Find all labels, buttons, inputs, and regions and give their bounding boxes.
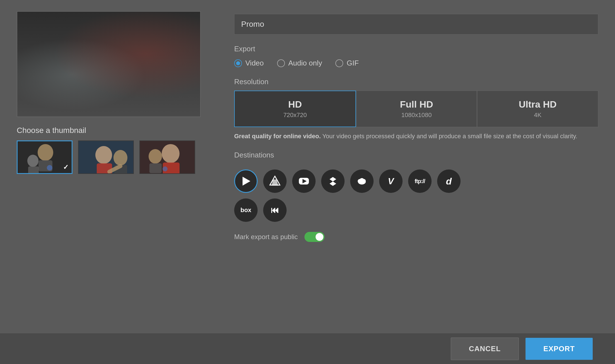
svg-rect-8 [131, 79, 154, 104]
svg-point-31 [162, 144, 180, 163]
svg-rect-1 [17, 67, 200, 117]
quality-note-bold: Great quality for online video. [234, 133, 321, 140]
thumbnail-section: Choose a thumbnail [17, 126, 212, 174]
svg-rect-22 [28, 166, 39, 174]
google-drive-icon [269, 176, 280, 187]
thumbnail-item-2[interactable] [78, 140, 134, 174]
export-button[interactable]: EXPORT [526, 338, 593, 360]
dest-youtube[interactable] [292, 169, 316, 193]
thumb-bg-3 [140, 141, 195, 173]
export-section: Export Video Audio only GIF [234, 45, 598, 67]
resolution-row: HD 720x720 Full HD 1080x1080 Ultra HD 4K [234, 91, 598, 127]
cancel-button[interactable]: CANCEL [451, 338, 519, 360]
svg-point-7 [131, 55, 154, 80]
svg-point-19 [38, 144, 53, 161]
left-panel: Choose a thumbnail [17, 11, 212, 322]
res-fullhd-sub: 1080x1080 [401, 111, 432, 119]
svg-line-12 [115, 84, 143, 98]
resolution-ultrahd[interactable]: Ultra HD 4K [477, 91, 598, 127]
ftp-icon: ftp:// [415, 178, 425, 185]
destinations-section: Destinations [234, 151, 598, 222]
toggle-track [304, 232, 325, 242]
resolution-fullhd[interactable]: Full HD 1080x1080 [356, 91, 477, 127]
rewind-icon: ⏮ [271, 205, 279, 215]
svg-point-16 [89, 100, 96, 107]
resolution-label: Resolution [234, 77, 598, 86]
radio-audio[interactable]: Audio only [277, 59, 322, 67]
cloud-icon [356, 176, 367, 187]
resolution-section: Resolution HD 720x720 Full HD 1080x1080 … [234, 77, 598, 141]
video-preview [17, 11, 201, 117]
dest-google-drive[interactable] [263, 169, 287, 193]
svg-rect-34 [149, 163, 162, 173]
export-label: Export [234, 45, 598, 53]
dest-dailymotion[interactable]: d [437, 169, 461, 193]
radio-gif-label: GIF [347, 59, 359, 67]
svg-point-9 [165, 20, 182, 37]
thumbnail-row: ✓ [17, 140, 212, 174]
svg-point-15 [108, 96, 116, 104]
play-icon [240, 176, 251, 187]
svg-rect-5 [94, 51, 113, 76]
radio-gif-circle[interactable] [335, 59, 343, 67]
thumbnail-item-1[interactable]: ✓ [17, 140, 72, 174]
svg-rect-0 [17, 12, 200, 117]
dailymotion-icon: d [446, 176, 452, 187]
thumbnail-label: Choose a thumbnail [17, 126, 212, 135]
toggle-thumb [316, 233, 323, 241]
svg-point-21 [27, 155, 38, 167]
radio-audio-label: Audio only [288, 59, 322, 67]
radio-video[interactable]: Video [234, 59, 264, 67]
svg-point-14 [127, 100, 158, 113]
destinations-label: Destinations [234, 151, 598, 159]
res-fullhd-name: Full HD [400, 99, 433, 110]
svg-point-47 [360, 178, 364, 182]
public-row: Mark export as public [234, 232, 598, 242]
svg-point-25 [95, 146, 112, 164]
vimeo-icon: V [388, 176, 394, 186]
svg-rect-3 [59, 44, 76, 66]
dest-vimeo[interactable]: V [379, 169, 403, 193]
export-type-row: Video Audio only GIF [234, 59, 598, 67]
quality-note: Great quality for online video. Your vid… [234, 132, 598, 141]
radio-audio-circle[interactable] [277, 59, 285, 67]
resolution-hd[interactable]: HD 720x720 [234, 91, 356, 127]
right-panel: Export Video Audio only GIF Resoluti [234, 11, 598, 322]
svg-point-13 [87, 93, 120, 109]
svg-point-35 [163, 166, 168, 171]
check-mark: ✓ [63, 163, 69, 171]
video-thumbnail [17, 12, 200, 117]
public-toggle[interactable] [304, 232, 325, 242]
destination-icons-row: V ftp:// d [234, 169, 598, 193]
thumb-bg-2 [79, 141, 133, 173]
res-hd-sub: 720x720 [283, 111, 307, 119]
svg-point-23 [47, 165, 52, 171]
svg-point-33 [149, 149, 162, 164]
box-icon: box [240, 207, 251, 214]
dest-box[interactable]: box [234, 198, 258, 222]
quality-note-rest: Your video gets processed quickly and wi… [322, 133, 577, 140]
radio-video-label: Video [245, 59, 264, 67]
dest-soundcloud[interactable] [350, 169, 374, 193]
radio-video-circle[interactable] [234, 59, 242, 67]
thumbnail-item-3[interactable] [139, 140, 195, 174]
svg-point-27 [113, 150, 127, 166]
check-overlay: ✓ [62, 163, 70, 171]
res-hd-name: HD [288, 99, 302, 110]
svg-rect-6 [91, 70, 113, 87]
svg-point-4 [93, 28, 114, 51]
youtube-icon [298, 176, 309, 187]
dest-direct[interactable] [234, 169, 258, 193]
title-input[interactable] [234, 14, 598, 35]
svg-rect-10 [166, 37, 182, 56]
res-ultrahd-name: Ultra HD [519, 99, 557, 110]
res-ultrahd-sub: 4K [534, 111, 541, 119]
svg-point-2 [58, 23, 77, 45]
dest-dropbox[interactable] [321, 169, 345, 193]
radio-gif[interactable]: GIF [335, 59, 359, 67]
dest-rewind[interactable]: ⏮ [263, 198, 287, 222]
dest-ftp[interactable]: ftp:// [408, 169, 432, 193]
public-label: Mark export as public [234, 233, 298, 241]
footer-bar: CANCEL EXPORT [0, 333, 615, 364]
svg-rect-17 [93, 90, 106, 112]
